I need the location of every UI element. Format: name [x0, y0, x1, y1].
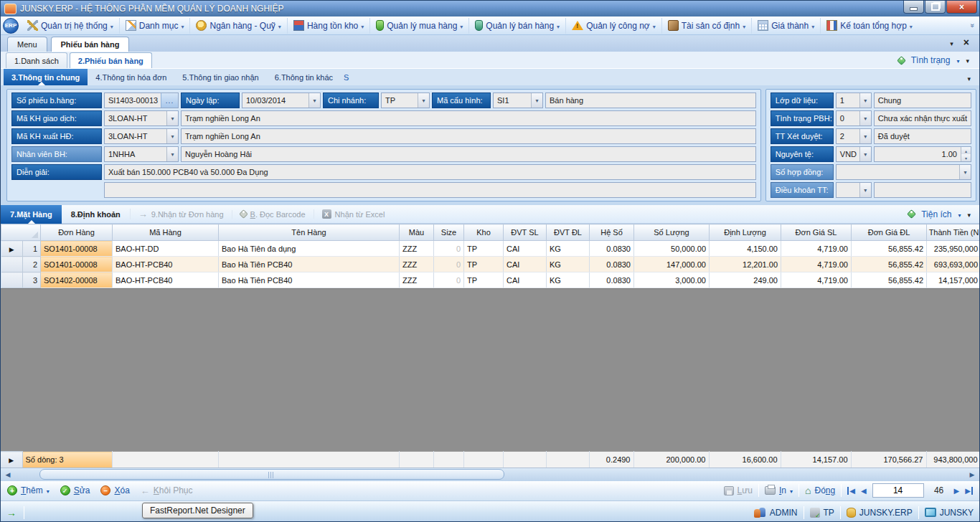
chevron-down-icon[interactable]	[166, 111, 178, 125]
chevron-down-icon[interactable]	[958, 209, 961, 219]
ma-kh-giao-dich-desc[interactable]: Trạm nghiền Long An	[181, 110, 756, 126]
chevron-down-icon[interactable]	[956, 55, 959, 65]
ty-gia-spinner[interactable]: 1.00	[874, 146, 971, 162]
sua-button[interactable]: Sửa	[60, 485, 90, 495]
status-filter-button[interactable]: Tình trạng	[911, 55, 951, 65]
menu-system-admin[interactable]: Quản trị hệ thống	[22, 18, 120, 34]
chevron-down-icon[interactable]	[418, 93, 429, 108]
them-button[interactable]: Thêm	[7, 485, 50, 495]
dien-giai-2-input[interactable]	[104, 182, 756, 198]
chevron-down-icon[interactable]	[859, 147, 871, 161]
ngay-lap-combo[interactable]: 10/03/2014	[242, 92, 321, 108]
col-mau[interactable]: Màu	[400, 224, 434, 241]
col-dvt-dl[interactable]: ĐVT ĐL	[547, 224, 590, 241]
tt-xet-duyet-desc[interactable]: Đã duyệt	[874, 128, 971, 144]
doc-barcode-button[interactable]: B. Đọc Barcode	[232, 210, 314, 219]
grid-corner-cell[interactable]	[1, 224, 41, 241]
chevron-down-icon[interactable]	[531, 93, 542, 108]
ma-cau-hinh-desc[interactable]: Bán hàng	[545, 92, 756, 108]
chevron-down-icon[interactable]	[859, 129, 871, 143]
nhan-vien-bh-combo[interactable]: 1NHHA	[104, 146, 179, 162]
ma-kh-giao-dich-combo[interactable]: 3LOAN-HT	[104, 110, 179, 126]
tab-phieu-ban-hang-detail[interactable]: 2.Phiếu bán hàng	[70, 52, 152, 68]
menu-inventory[interactable]: Hàng tồn kho	[288, 18, 370, 34]
tab-close-icon[interactable]	[963, 36, 969, 49]
lop-du-lieu-combo[interactable]: 1	[836, 92, 872, 108]
ma-cau-hinh-combo[interactable]: SI1	[493, 92, 543, 108]
section-dropdown-icon[interactable]	[967, 71, 979, 84]
dieu-khoan-tt-combo[interactable]	[836, 182, 872, 198]
spinner-buttons[interactable]	[961, 147, 971, 161]
col-dvt-sl[interactable]: ĐVT SL	[504, 224, 547, 241]
tab-thong-tin-giao-nhan[interactable]: 5.Thông tin giao nhận	[174, 69, 266, 85]
menu-bank-fund[interactable]: Ngân hàng - Quỹ	[190, 18, 287, 34]
chevron-down-icon[interactable]	[959, 165, 971, 179]
restore-button[interactable]	[925, 1, 946, 14]
col-so-luong[interactable]: Số Lượng	[634, 224, 710, 241]
tinh-trang-pbh-combo[interactable]: 0	[836, 110, 872, 126]
scrollbar-thumb[interactable]	[39, 469, 504, 480]
menu-overflow-button[interactable]: »	[969, 22, 977, 30]
tab-thong-tin-khac[interactable]: 6.Thông tin khác	[267, 69, 341, 85]
menu-sales[interactable]: Quản lý bán hàng	[469, 18, 566, 34]
scroll-left-icon[interactable]	[2, 471, 14, 478]
menu-purchasing[interactable]: Quản lý mua hàng	[370, 18, 469, 34]
ma-kh-xuat-hd-combo[interactable]: 3LOAN-HT	[104, 128, 179, 144]
xoa-button[interactable]: Xóa	[100, 485, 129, 495]
nguyen-te-combo[interactable]: VND	[836, 146, 872, 162]
minimize-button[interactable]	[903, 1, 924, 14]
ma-kh-xuat-hd-desc[interactable]: Trạm nghiền Long An	[181, 128, 756, 144]
chevron-down-icon[interactable]	[859, 111, 871, 125]
tab-danh-sach[interactable]: 1.Danh sách	[6, 52, 67, 68]
previous-page-button[interactable]	[861, 487, 867, 495]
so-hop-dong-combo[interactable]	[836, 164, 971, 180]
table-row[interactable]: 2 SO1401-00008 BAO-HT-PCB40 Bao Hà Tiên …	[1, 257, 980, 272]
browse-button[interactable]: ...	[161, 93, 178, 108]
grid-dropdown-icon[interactable]	[967, 209, 971, 219]
dieu-khoan-tt-desc[interactable]	[874, 182, 971, 198]
nhan-tu-don-hang-button[interactable]: 9.Nhận từ Đơn hàng	[130, 209, 232, 219]
tt-xet-duyet-combo[interactable]: 2	[836, 128, 872, 144]
menu-fixed-assets[interactable]: Tài sản cố định	[662, 18, 752, 34]
nhan-vien-bh-desc[interactable]: Nguyễn Hoàng Hải	[181, 146, 756, 162]
chi-nhanh-combo[interactable]: TP	[381, 92, 430, 108]
table-row[interactable]: 1 SO1401-00008 BAO-HT-DD Bao Hà Tiên đa …	[1, 241, 980, 257]
tab-list-dropdown-icon[interactable]	[950, 36, 953, 49]
col-kho[interactable]: Kho	[464, 224, 504, 241]
menu-costing[interactable]: Giá thành	[752, 18, 821, 34]
tab-menu[interactable]: Menu	[7, 37, 47, 52]
panel-dropdown-icon[interactable]	[966, 55, 969, 65]
scroll-right-icon[interactable]	[966, 471, 978, 478]
table-row[interactable]: 3 SO1402-00008 BAO-HT-PCB40 Bao Hà Tiên …	[1, 272, 980, 288]
dien-giai-input[interactable]: Xuất bán 150.000 PCB40 và 50.000 Đa Dụng	[104, 164, 756, 180]
menu-general-accounting[interactable]: Kế toán tổng hợp	[821, 18, 918, 34]
tien-ich-button[interactable]: Tiện ích	[921, 209, 951, 219]
in-button[interactable]: In	[765, 485, 793, 495]
chevron-down-icon[interactable]	[308, 93, 320, 108]
page-number-input[interactable]: 14	[872, 483, 924, 498]
menu-catalog[interactable]: Danh mục	[120, 18, 191, 34]
tab-phieu-ban-hang[interactable]: Phiếu bán hàng	[51, 37, 130, 52]
col-size[interactable]: Size	[434, 224, 464, 241]
col-ma-hang[interactable]: Mã Hàng	[113, 224, 219, 241]
col-ten-hang[interactable]: Tên Hàng	[219, 224, 400, 241]
lop-du-lieu-desc[interactable]: Chung	[874, 92, 971, 108]
luu-button[interactable]: Lưu	[724, 485, 753, 495]
col-don-gia-dl[interactable]: Đơn Giá ĐL	[852, 224, 927, 241]
col-thanh-tien[interactable]: Thành Tiền (N	[927, 224, 980, 241]
tab-thong-tin-hoa-don[interactable]: 4.Thông tin hóa đơn	[88, 69, 174, 85]
close-button[interactable]	[946, 1, 977, 14]
col-don-hang[interactable]: Đơn Hàng	[41, 224, 113, 241]
tab-thong-tin-chung[interactable]: 3.Thông tin chung	[4, 69, 88, 85]
col-he-so[interactable]: Hệ Số	[590, 224, 634, 241]
nhan-tu-excel-button[interactable]: Nhận từ Excel	[314, 209, 393, 219]
dong-button[interactable]: Đóng	[805, 485, 835, 496]
chevron-down-icon[interactable]	[166, 129, 178, 143]
horizontal-scrollbar[interactable]	[1, 468, 979, 481]
so-phieu-input[interactable]: SI1403-00013...	[104, 92, 179, 108]
tinh-trang-pbh-desc[interactable]: Chưa xác nhận thực xuất	[874, 110, 971, 126]
col-dinh-luong[interactable]: Định Lượng	[710, 224, 781, 241]
first-page-button[interactable]	[847, 487, 855, 495]
menu-debt[interactable]: Quản lý công nợ	[566, 18, 662, 34]
last-page-button[interactable]	[965, 487, 973, 495]
